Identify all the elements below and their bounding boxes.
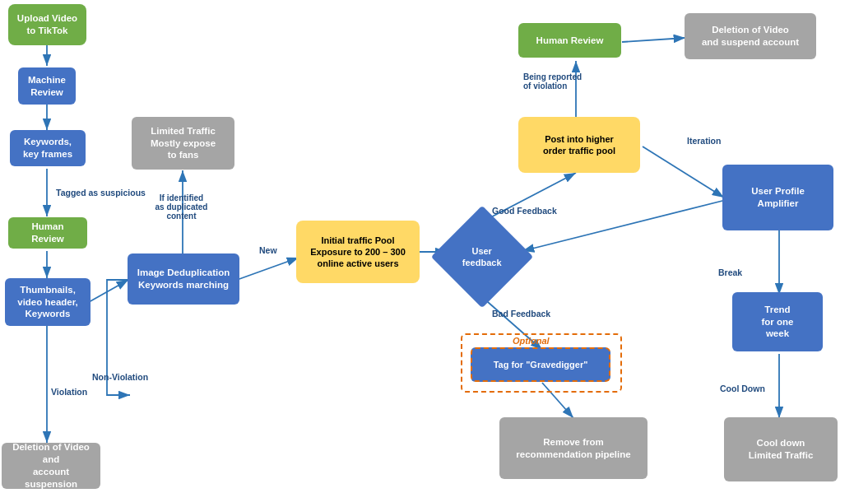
svg-line-15 [643, 147, 724, 198]
machine-review-node: MachineReview [18, 67, 76, 105]
svg-line-9 [237, 258, 299, 280]
human-review-left-node: Human Review [8, 217, 87, 249]
optional-box [461, 333, 622, 393]
deletion-left-node: Deletion of Video andaccount suspension [2, 443, 100, 489]
if-duplicated-label: If identifiedas duplicatedcontent [138, 193, 225, 221]
flowchart-diagram: Upload Video to TikTok MachineReview Key… [0, 0, 868, 493]
remove-pipeline-node: Remove fromrecommendation pipeline [499, 417, 648, 479]
break-label: Break [718, 267, 742, 277]
human-review-top-node: Human Review [518, 23, 621, 58]
svg-line-14 [622, 38, 685, 42]
bad-feedback-label: Bad Feedback [492, 309, 550, 319]
good-feedback-label: Good Feedback [492, 206, 557, 216]
upload-node: Upload Video to TikTok [8, 4, 86, 45]
user-profile-node: User ProfileAmplifier [722, 165, 833, 230]
svg-line-7 [89, 280, 128, 302]
image-dedup-node: Image DeduplicationKeywords marching [128, 253, 239, 305]
cool-down-label: Cool Down [720, 384, 765, 393]
cool-down-node: Cool downLimited Traffic [724, 417, 838, 481]
initial-traffic-node: Initial traffic PoolExposure to 200 – 30… [296, 221, 420, 283]
post-higher-node: Post into higherorder traffic pool [518, 117, 640, 173]
user-feedback-node: Userfeedback [431, 206, 533, 308]
being-reported-label: Being reportedof violation [523, 72, 582, 91]
tagged-suspicious-label: Tagged as suspicious [56, 188, 146, 198]
deletion-top-node: Deletion of Videoand suspend account [685, 13, 816, 59]
non-violation-label: Non-Violation [92, 372, 148, 382]
new-label: New [259, 245, 277, 255]
iteration-label: Iteration [687, 136, 721, 146]
limited-traffic-node: Limited TrafficMostly exposeto fans [132, 117, 234, 170]
thumbnails-node: Thumbnails,video header,Keywords [5, 278, 91, 326]
keywords-node: Keywords,key frames [10, 130, 86, 166]
violation-label: Violation [51, 387, 87, 397]
trend-node: Trendfor oneweek [732, 292, 823, 351]
